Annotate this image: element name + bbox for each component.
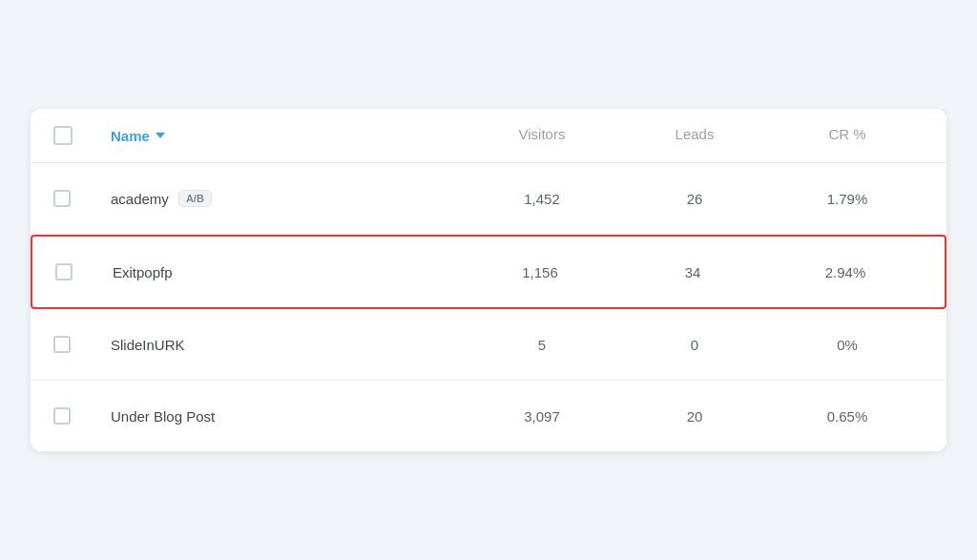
table-row: Under Blog Post 3,097 20 0.65% <box>31 381 946 451</box>
row-cr: 2.94% <box>769 264 922 280</box>
row-visitors: 5 <box>466 337 618 353</box>
row-checkbox-cell <box>55 263 113 280</box>
table-header: Name Visitors Leads CR % <box>31 109 946 163</box>
row-checkbox-cell <box>53 190 111 207</box>
row-checkbox[interactable] <box>53 407 71 425</box>
row-cr: 0% <box>771 337 924 353</box>
visitors-column-header: Visitors <box>466 126 618 145</box>
row-name-label: Exitpopfp <box>113 264 173 280</box>
table-row: SlideInURK 5 0 0% <box>31 309 946 381</box>
data-table: Name Visitors Leads CR % academy A/B 1,4… <box>31 109 946 451</box>
table-row: academy A/B 1,452 26 1.79% <box>31 163 946 235</box>
row-leads: 20 <box>618 408 771 425</box>
row-checkbox-cell <box>53 336 111 353</box>
table-row: Exitpopfp 1,156 34 2.94% <box>31 235 946 309</box>
row-name-label: academy <box>111 191 169 207</box>
row-visitors: 1,452 <box>466 191 618 207</box>
sort-chevron-icon <box>156 133 165 138</box>
row-checkbox[interactable] <box>53 190 71 207</box>
row-cr: 0.65% <box>771 408 924 425</box>
row-visitors: 3,097 <box>466 408 618 425</box>
select-all-checkbox[interactable] <box>53 126 73 145</box>
row-name-cell: academy A/B <box>111 190 466 207</box>
row-name-cell: Under Blog Post <box>111 408 466 425</box>
row-leads: 26 <box>618 191 771 207</box>
name-header-label: Name <box>111 128 150 144</box>
row-checkbox[interactable] <box>53 336 71 353</box>
row-cr: 1.79% <box>771 191 924 207</box>
row-name-cell: SlideInURK <box>111 337 466 353</box>
row-name-label: SlideInURK <box>111 337 185 353</box>
name-column-header[interactable]: Name <box>111 126 466 145</box>
row-leads: 0 <box>618 337 771 353</box>
row-visitors: 1,156 <box>464 264 616 280</box>
row-name-label: Under Blog Post <box>111 408 215 425</box>
row-leads: 34 <box>616 264 769 280</box>
row-checkbox-cell <box>53 407 111 425</box>
leads-column-header: Leads <box>618 126 771 145</box>
header-checkbox-cell <box>53 126 111 145</box>
ab-badge: A/B <box>178 190 212 207</box>
table-body: academy A/B 1,452 26 1.79% Exitpopfp 1,1… <box>31 163 946 451</box>
row-name-cell: Exitpopfp <box>113 264 464 280</box>
cr-column-header: CR % <box>771 126 924 145</box>
row-checkbox[interactable] <box>55 263 73 280</box>
